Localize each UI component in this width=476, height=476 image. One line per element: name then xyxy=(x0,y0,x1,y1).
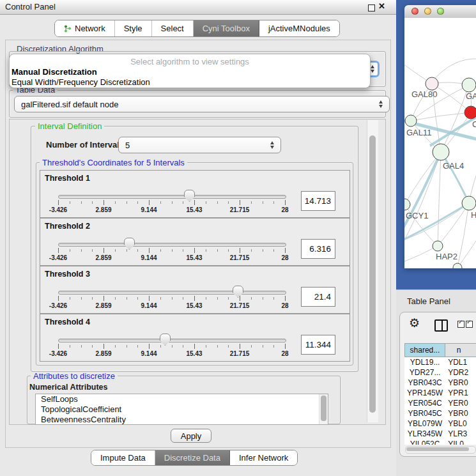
table-row[interactable]: YDR27...YDR2 xyxy=(404,367,476,378)
network-node-gal4[interactable] xyxy=(433,144,449,160)
network-node-gcy1[interactable] xyxy=(404,199,410,210)
settings-vertical-scrollbar[interactable] xyxy=(367,120,378,422)
attributes-group-label: Attributes to discretize xyxy=(31,372,118,380)
close-window-icon[interactable]: ✕ xyxy=(378,1,385,11)
tick-label: 28 xyxy=(281,302,288,309)
tick-label: 21.715 xyxy=(230,206,250,213)
tick-label: 2.859 xyxy=(95,206,111,213)
number-of-intervals-combobox[interactable]: 5 xyxy=(118,137,281,153)
network-node[interactable] xyxy=(453,263,462,268)
float-window-icon[interactable] xyxy=(368,4,375,12)
threshold-label: Threshold 2 xyxy=(45,222,90,231)
table-header-row: shared...n xyxy=(404,343,476,357)
tick-label: 2.859 xyxy=(95,254,111,261)
tab-infer-network[interactable]: Infer Network xyxy=(230,450,297,465)
tick-label: 9.144 xyxy=(141,350,157,357)
node-table[interactable]: shared...n YDL19...YDL1YDR27...YDR2YBR04… xyxy=(404,343,476,445)
scrollbar-thumb[interactable] xyxy=(369,135,376,413)
combo-arrows-icon xyxy=(270,141,275,149)
zoom-traffic-light-icon[interactable] xyxy=(437,8,444,15)
table-row[interactable]: YBR043CYBR0 xyxy=(404,378,476,388)
tab-network[interactable]: Network xyxy=(55,20,115,36)
control-panel-title: Control Panel xyxy=(5,2,56,12)
tick-label: 9.144 xyxy=(141,302,157,309)
table-row[interactable]: YBR045CYBR0 xyxy=(404,408,476,418)
threshold-panel-4: Threshold 4-3.4262.8599.14415.4321.71528… xyxy=(40,314,350,362)
network-node-hap2[interactable] xyxy=(433,241,443,251)
threshold-value-field[interactable]: 11.344 xyxy=(301,335,335,355)
table-data-combobox[interactable]: galFiltered.sif default node xyxy=(14,96,390,112)
network-node-ga[interactable] xyxy=(462,78,476,92)
algorithm-option-manual-discretization[interactable]: Manual Discretization xyxy=(12,67,97,77)
threshold-value-field[interactable]: 6.316 xyxy=(301,239,335,259)
list-scrollbar[interactable] xyxy=(319,394,328,424)
network-node-gal11[interactable] xyxy=(405,115,417,127)
tick-label: 15.43 xyxy=(186,254,202,261)
numerical-attributes-list[interactable]: SelfLoopsTopologicalCoefficientBetweenne… xyxy=(35,394,328,425)
threshold-label: Threshold 1 xyxy=(45,174,90,183)
network-graph: GAL80GACGAL11GAL4GCY1HHAP2 xyxy=(404,18,476,268)
tick-label: 15.43 xyxy=(186,206,202,213)
threshold-value-field[interactable]: 21.4 xyxy=(301,287,335,307)
scrollbar-thumb[interactable] xyxy=(406,447,469,451)
threshold-panel-2: Threshold 2-3.4262.8599.14415.4321.71528… xyxy=(40,218,350,266)
network-view-window[interactable]: GAL80GACGAL11GAL4GCY1HHAP2 xyxy=(404,5,476,268)
slider-ticks xyxy=(58,344,285,349)
table-row[interactable]: YER054CYER0 xyxy=(404,398,476,408)
scrollbar-thumb[interactable] xyxy=(321,395,326,421)
list-item-topologicalcoefficient[interactable]: TopologicalCoefficient xyxy=(36,404,328,415)
list-item-selfloops[interactable]: SelfLoops xyxy=(36,394,328,404)
table-row[interactable]: YIL052CYIL0 xyxy=(404,439,476,445)
threshold-value-field[interactable]: 14.713 xyxy=(301,191,335,211)
node-label: H xyxy=(471,210,476,220)
tick-label: 28 xyxy=(281,254,288,261)
slider-track[interactable] xyxy=(58,339,286,342)
select-columns-icon[interactable] xyxy=(457,320,474,330)
slider-track[interactable] xyxy=(58,195,286,199)
tab-select[interactable]: Select xyxy=(152,20,194,36)
tick-label: 15.43 xyxy=(186,302,202,309)
table-row[interactable]: YLR345WYLR3 xyxy=(404,429,476,439)
tab-impute-data[interactable]: Impute Data xyxy=(91,450,155,465)
threshold-label: Threshold 4 xyxy=(45,318,90,326)
tick-label: -3.426 xyxy=(49,254,67,261)
slider-track[interactable] xyxy=(58,291,286,295)
columns-icon[interactable] xyxy=(434,319,448,332)
close-traffic-light-icon[interactable] xyxy=(411,8,418,15)
table-row[interactable]: YDL19...YDL1 xyxy=(404,357,476,367)
column-header-1[interactable]: shared... xyxy=(404,343,445,357)
apply-button[interactable]: Apply xyxy=(171,429,211,443)
slider-ticks xyxy=(58,296,285,302)
network-icon xyxy=(64,25,72,33)
tick-label: 9.144 xyxy=(141,206,157,213)
algorithm-dropdown-popup: Select algorithm to view settings Manual… xyxy=(9,54,371,88)
tab-jactivemnodules[interactable]: jActiveMNodules xyxy=(259,20,339,36)
node-label: C xyxy=(472,119,476,129)
tick-label: 21.715 xyxy=(230,254,250,261)
table-panel-box: ⚙ shared...n YDL19...YDL1YDR27...YDR2YBR… xyxy=(399,312,476,457)
combo-arrows-icon xyxy=(371,65,375,73)
network-window-titlebar[interactable] xyxy=(404,5,476,19)
network-canvas[interactable]: GAL80GACGAL11GAL4GCY1HHAP2 xyxy=(404,18,476,268)
list-item-betweennesscentrality[interactable]: BetweennessCentrality xyxy=(36,415,328,425)
tab-style[interactable]: Style xyxy=(115,20,152,36)
network-node-h[interactable] xyxy=(462,196,476,210)
gear-icon[interactable]: ⚙ xyxy=(409,317,420,330)
column-header-2[interactable]: n xyxy=(445,343,476,357)
tab-cyni-toolbox[interactable]: Cyni Toolbox xyxy=(194,20,259,36)
node-label: GAL80 xyxy=(411,89,437,99)
table-row[interactable]: YPR145WYPR1 xyxy=(404,388,476,398)
table-row[interactable]: YBL079WYBL0 xyxy=(404,418,476,429)
tick-label: 2.859 xyxy=(95,350,111,357)
tick-label: 21.715 xyxy=(230,350,250,357)
network-node-c[interactable] xyxy=(464,106,476,119)
minimize-traffic-light-icon[interactable] xyxy=(424,8,431,15)
algorithm-option-equal-width-frequency-discretization[interactable]: Equal Width/Frequency Discretization xyxy=(12,77,150,87)
table-panel-region: Table Panel ⚙ shared...n YDL19...YDL1YDR… xyxy=(396,289,476,476)
threshold-panel-3: Threshold 3-3.4262.8599.14415.4321.71528… xyxy=(40,266,350,314)
slider-ticks xyxy=(58,248,285,254)
network-node-gal80[interactable] xyxy=(426,77,438,90)
table-horizontal-scrollbar[interactable] xyxy=(405,446,476,454)
slider-track[interactable] xyxy=(58,243,286,247)
tab-discretize-data[interactable]: Discretize Data xyxy=(155,450,230,465)
